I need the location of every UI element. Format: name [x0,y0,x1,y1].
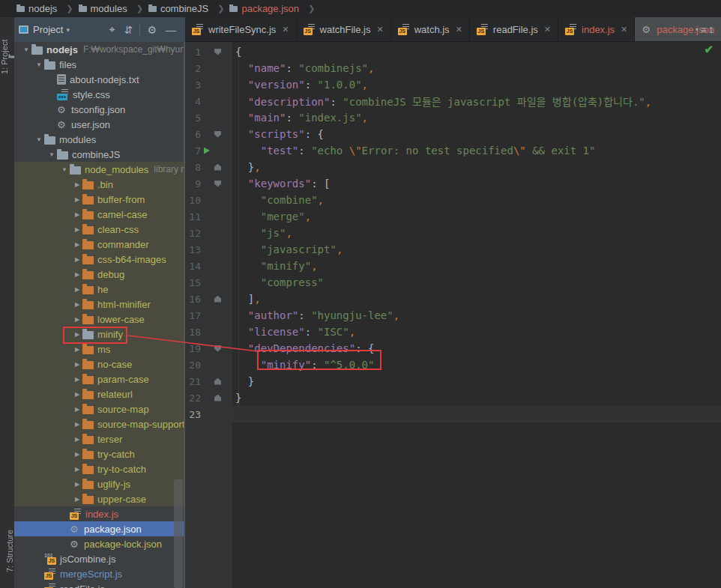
tree-item[interactable]: tsconfig.json [14,102,184,117]
editor-tab[interactable]: writeFileSync.js ✕ [185,17,297,41]
code-line[interactable]: 9 "keywords": [ [185,175,721,192]
hidden-tabs-dropdown[interactable]: ▾ ≡ 1 [688,17,721,42]
tree-item[interactable]: try-catch [14,446,184,461]
fold-marker-icon[interactable] [214,131,221,138]
tree-item[interactable]: mergeScript.js [14,566,184,581]
fold-marker-icon[interactable] [214,345,221,352]
expand-arrow-icon[interactable] [72,406,82,413]
tree-item[interactable]: relateurl [14,387,184,401]
expand-arrow-icon[interactable] [72,376,82,383]
expand-arrow-icon[interactable] [72,271,82,278]
code-line[interactable]: 8 }, [185,159,721,175]
breadcrumb-item[interactable]: combineJS❯ [148,3,230,14]
code-line[interactable]: 10 "combine", [185,192,721,208]
code-line[interactable]: 6 "scripts": { [185,126,721,142]
expand-arrow-icon[interactable] [21,46,31,53]
code-line[interactable]: 19 "devDependencies": { [185,340,721,357]
expand-arrow-icon[interactable] [72,451,82,458]
tree-item[interactable]: commander [14,237,184,252]
expand-arrow-icon[interactable] [72,286,82,293]
tree-item[interactable]: files [14,57,184,72]
breadcrumb-item[interactable]: modules❯ [79,3,148,14]
tree-item[interactable]: lower-case [14,312,184,327]
expand-arrow-icon[interactable] [72,436,82,443]
tree-item[interactable]: camel-case [14,207,184,222]
fold-marker-icon[interactable] [214,164,221,171]
expand-arrow-icon[interactable] [72,256,82,263]
code-line[interactable]: 23 [185,406,721,422]
tree-item[interactable]: style.css [14,87,184,102]
editor-tab[interactable]: index.js ✕ [558,17,635,41]
settings-gear-icon[interactable]: ⚙ [147,24,157,36]
expand-arrow-icon[interactable] [34,61,44,68]
tree-item[interactable]: no-case [14,357,184,372]
code-line[interactable]: 21 } [185,373,721,390]
tree-item[interactable]: minify [14,327,184,342]
editor-tab[interactable]: readFile.js ✕ [470,17,558,41]
tree-item[interactable]: readFile.js [14,581,184,588]
breadcrumb-item[interactable]: package.json❯ [229,3,320,14]
code-line[interactable]: 4 "description": "combineJS 모듈은 javascri… [185,93,721,109]
code-line[interactable]: 16 ], [185,291,721,307]
breadcrumb-item[interactable]: nodejs❯ [16,3,79,14]
tree-item[interactable]: ms [14,342,184,357]
tree-item[interactable]: terser [14,431,184,446]
code-line[interactable]: 1 { [185,43,721,60]
code-line[interactable]: 3 "version": "1.0.0", [185,76,721,93]
close-icon[interactable]: ✕ [282,25,289,34]
expand-arrow-icon[interactable] [72,241,82,248]
editor-tab[interactable]: watchFile.js ✕ [297,17,391,41]
fold-marker-icon[interactable] [214,378,221,385]
code-line[interactable]: 14 "minify", [185,258,721,274]
expand-arrow-icon[interactable] [46,151,57,158]
close-icon[interactable]: ✕ [621,25,627,34]
tree-item[interactable]: node_modules library root [14,162,184,177]
tree-item[interactable]: css-b64-images [14,252,184,267]
expand-arrow-icon[interactable] [72,211,82,218]
tree-item[interactable]: nodejs F:₩workspace_git₩hyung [14,42,184,57]
code-line[interactable]: 5 "main": "index.js", [185,109,721,126]
tree-item[interactable]: user.json [14,117,184,132]
expand-arrow-icon[interactable] [72,361,82,368]
expand-arrow-icon[interactable] [72,421,82,428]
tree-item[interactable]: package.json [14,521,184,536]
toolwindow-button-project[interactable]: 1: Project [0,21,14,93]
code-line[interactable]: 2 "name": "combinejs", [185,60,721,76]
expand-arrow-icon[interactable] [72,181,82,188]
tree-item[interactable]: try-to-catch [14,461,184,476]
tree-item[interactable]: buffer-from [14,192,184,207]
expand-arrow-icon[interactable] [72,496,82,503]
fold-marker-icon[interactable] [214,296,221,303]
close-icon[interactable]: ✕ [456,25,462,34]
tree-item[interactable]: jsCombine.js [14,551,184,566]
fold-marker-icon[interactable] [214,181,221,187]
close-icon[interactable]: ✕ [544,25,551,34]
tree-item[interactable]: upper-case [14,491,184,506]
tree-item[interactable]: source-map-support [14,416,184,431]
tree-item[interactable]: index.js [14,506,184,521]
fold-marker-icon[interactable] [214,395,221,401]
project-panel-title[interactable]: Project [33,24,63,35]
hide-panel-icon[interactable]: — [166,24,176,36]
code-line[interactable]: 18 "license": "ISC", [185,324,721,340]
expand-arrow-icon[interactable] [72,226,82,233]
expand-arrow-icon[interactable] [72,466,82,473]
expand-arrow-icon[interactable] [72,196,82,203]
code-editor[interactable]: 1 { 2 "name": "combinejs", 3 [185,42,721,588]
toolwindow-button-structure[interactable]: 7: Structure [0,515,14,587]
tree-item[interactable]: uglify-js [14,476,184,491]
collapse-all-icon[interactable]: ⇵ [124,24,133,36]
expand-arrow-icon[interactable] [72,481,82,488]
tree-item[interactable]: clean-css [14,222,184,237]
tree-item[interactable]: package-lock.json [14,536,184,551]
chevron-down-icon[interactable]: ▾ [66,26,70,34]
tree-item[interactable]: html-minifier [14,297,184,312]
code-line[interactable]: 20 "minify": "^5.0.0" [185,357,721,373]
code-line[interactable]: 11 "merge", [185,208,721,225]
close-icon[interactable]: ✕ [376,25,383,34]
tree-item[interactable]: modules [14,132,184,147]
inspection-ok-icon[interactable]: ✔ [704,43,714,56]
tree-item[interactable]: .bin [14,177,184,192]
tree-item[interactable]: param-case [14,372,184,387]
code-line[interactable]: 13 "javascript", [185,241,721,258]
